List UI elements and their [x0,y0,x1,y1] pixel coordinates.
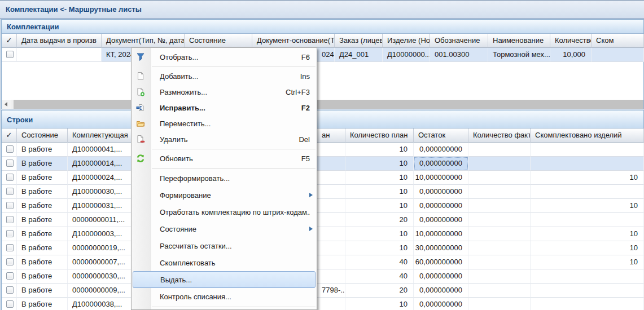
row-checkbox[interactable] [6,202,14,209]
menu-item[interactable]: Формирование [132,187,317,203]
row-checkbox[interactable] [6,272,14,280]
table-cell: В работе [17,185,68,199]
table-cell: 10 [531,171,644,185]
row-checkbox[interactable] [6,300,14,308]
table-cell [317,227,345,241]
column-header[interactable]: Состояние [17,129,68,143]
menu-item[interactable]: ОбновитьF5 [132,150,317,166]
rows-header-row: ✓СостояниеКомплектующаяанКоличество план… [2,129,643,143]
menu-item-shortcut: F5 [301,154,310,163]
column-header[interactable]: Состояние [185,34,252,48]
table-cell: 60,000000000 [414,255,468,269]
table-row[interactable]: В работе00000000030,...400,000000000 [2,269,643,284]
column-header[interactable]: Ском [592,34,644,48]
table-cell [2,143,17,157]
table-cell [2,213,17,227]
table-cell [317,241,345,255]
table-row[interactable]: В работеД100000014,...100,000000000 [2,157,643,171]
menu-item[interactable]: Рассчитать остатки... [132,237,317,254]
table-cell: 0,000000000 [414,185,468,199]
row-checkbox[interactable] [6,286,14,294]
column-header[interactable]: Заказ (лицево [335,34,383,48]
table-row[interactable]: В работе00000000011,...200,000000000 [2,213,643,227]
column-header[interactable]: Количество факт [468,129,531,143]
column-header[interactable]: Количество план [345,129,414,143]
table-cell: 20 [345,213,414,227]
column-header[interactable]: Документ-основание(Ти [252,34,335,48]
row-checkbox[interactable] [6,230,14,237]
table-cell: 001.00300 [430,48,488,62]
table-cell: 10 [345,298,414,310]
kits-horizontal-scrollbar[interactable] [2,100,643,109]
column-header[interactable]: Дата выдачи в произв [17,34,102,48]
menu-item-shortcut: Ins [300,72,310,81]
menu-item-label: Переформировать... [160,174,310,183]
row-checkbox[interactable] [6,174,14,181]
row-checkbox[interactable] [6,258,14,265]
menu-item-label: Добавить... [160,72,292,81]
column-header[interactable]: Изделие (Номе [383,34,430,48]
menu-item-shortcut: F6 [301,53,310,61]
table-row[interactable]: В работеД100000031,...100,00000000010 [2,199,643,213]
menu-item-label: Формирование [160,191,310,200]
column-header[interactable]: Обозначение [430,34,488,48]
menu-separator [132,305,317,308]
row-checkbox[interactable] [6,160,14,167]
table-cell [468,241,531,255]
scrollbar-thumb[interactable] [14,100,643,109]
column-header[interactable]: Количество [550,34,592,48]
table-row[interactable]: В работеД100000024,...1010,00000000010 [2,171,643,185]
table-cell [468,171,531,185]
table-row[interactable]: В работеД100000038,...100,000000000 [2,298,643,310]
table-cell [2,227,17,241]
column-header[interactable]: Документ(Тип, №, дата) [102,34,185,48]
column-header[interactable]: Комплектующая [68,129,140,143]
table-cell: 10,000000000 [414,171,468,185]
row-checkbox[interactable] [6,216,14,223]
table-cell: В работе [17,255,68,269]
table-row[interactable]: В работеД100000003,...1010,00000000010 [2,227,643,241]
menu-item[interactable]: Выдать... [133,271,316,288]
menu-item[interactable]: Переместить... [132,116,317,131]
menu-item[interactable]: Состояние [132,220,317,237]
table-cell: Тормозной мех... [488,48,550,62]
table-cell: В работе [17,171,68,185]
column-header[interactable]: ан [317,129,345,143]
app-window: Комплектации <- Маршрутные листы Комплек… [0,0,644,310]
menu-item[interactable]: Скомплектовать [132,254,317,271]
column-header[interactable]: ✓ [2,129,17,143]
menu-item[interactable]: Исправить...F2 [132,100,317,116]
table-cell: 10 [531,255,644,269]
row-checkbox[interactable] [6,188,14,195]
row-checkbox[interactable] [6,51,14,58]
menu-item[interactable]: Добавить...Ins [132,68,317,84]
menu-item[interactable]: Размножить...Ctrl+F3 [132,84,317,100]
menu-item[interactable]: Отработать комплектацию по штрих-кодам..… [132,203,317,220]
row-checkbox[interactable] [6,145,14,153]
table-cell: В работе [17,298,68,310]
row-checkbox[interactable] [6,244,14,251]
column-header[interactable]: Наименование [488,34,550,48]
column-header[interactable]: Скомплектовано изделий [531,129,644,143]
menu-item[interactable]: Переформировать... [132,170,317,187]
table-cell [468,269,531,284]
table-row[interactable]: КТ, 2024024Д24_001Д10000000...001.00300Т… [2,48,643,62]
table-row[interactable]: В работеД100000030,...100,000000000 [2,185,643,199]
table-cell: 10 [531,227,644,241]
menu-item[interactable]: Контроль списания... [132,288,317,305]
menu-item[interactable]: УдалитьDel [132,131,317,147]
menu-item-label: Исправить... [160,104,293,112]
table-row[interactable]: В работе00000000009,...7798-...200,00000… [2,284,643,298]
table-cell [531,298,644,310]
column-header[interactable]: ✓ [2,34,17,48]
table-cell: 10 [345,185,414,199]
table-row[interactable]: В работе00000000019,...1030,00000000010 [2,241,643,255]
menu-item[interactable]: Отобрать...F6 [132,49,317,65]
table-row[interactable]: В работеД100000041,...100,000000000 [2,143,643,157]
add-icon [136,72,145,81]
table-row[interactable]: В работе00000000007,...4060,00000000010 [2,255,643,269]
scroll-left-button[interactable] [2,100,11,109]
column-header[interactable]: Остаток [414,129,468,143]
table-cell [468,185,531,199]
table-cell: 40 [345,269,414,284]
